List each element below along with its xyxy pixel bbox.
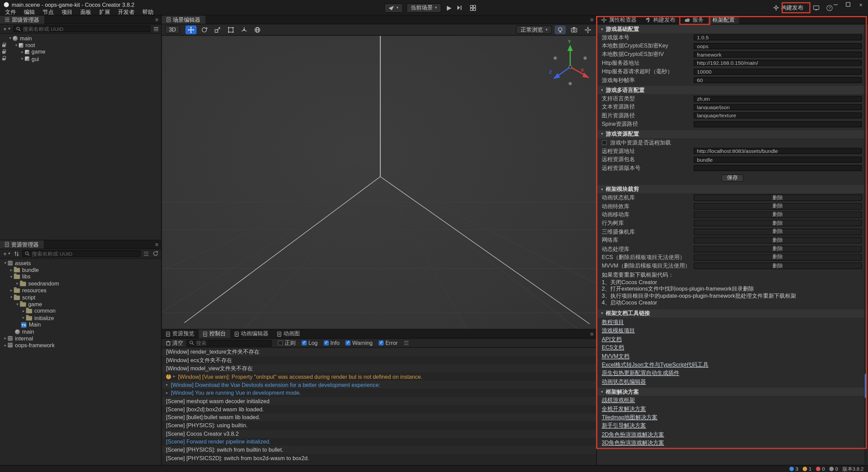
console-log-row[interactable]: [Scene] Forward render pipeline initiali…	[162, 438, 596, 446]
checkbox[interactable]	[346, 340, 351, 346]
menu-item[interactable]: 面板	[76, 8, 95, 15]
hierarchy-node[interactable]: ▾ main	[0, 35, 162, 42]
scene-gear-button[interactable]	[583, 25, 594, 34]
tab-animation-editor[interactable]: 动画编辑器	[230, 329, 273, 338]
rect-tool-button[interactable]	[225, 25, 236, 34]
solution-link[interactable]: 3D角色扮演游戏解决方案	[597, 438, 868, 447]
expand-arrow-icon[interactable]: ▸	[3, 336, 8, 341]
scene-select[interactable]: 当前场景 ▾	[406, 3, 441, 13]
property-input[interactable]: 1.0.5	[694, 35, 862, 41]
log-filter-checkbox[interactable]: Error	[379, 340, 398, 346]
console-log-row[interactable]: ▸ [Window] [Vue warn]: Property "onInput…	[162, 373, 596, 381]
asset-node[interactable]: ▸ oops-framework	[0, 342, 162, 349]
doc-link[interactable]: ECS文档	[597, 343, 868, 352]
sort-icon[interactable]	[14, 251, 20, 256]
asset-node[interactable]: ▾ game	[0, 301, 162, 308]
checkbox[interactable]	[278, 340, 283, 346]
asset-node[interactable]: ▾ libs	[0, 273, 162, 280]
asset-node[interactable]: ▸ common	[0, 308, 162, 314]
console-log-row[interactable]: [Scene] Cocos Creator v3.8.2	[162, 430, 596, 438]
panel-menu-icon[interactable]: ≡	[587, 331, 597, 337]
property-input[interactable]: 60	[694, 77, 862, 83]
hierarchy-search[interactable]	[14, 25, 151, 32]
tab-console[interactable]: 控制台	[199, 329, 230, 338]
section-header[interactable]: ▾ 框架文档工具链接	[597, 310, 868, 318]
scene-viewport[interactable]: Y X Z	[162, 36, 596, 329]
tab-asset-preview[interactable]: 资源预览	[162, 329, 199, 338]
doc-link[interactable]: MVVM文档	[597, 352, 868, 360]
doc-link[interactable]: 游戏模板项目	[597, 326, 868, 335]
add-asset-button[interactable]: +▾	[2, 251, 12, 257]
property-input[interactable]: 10000	[694, 68, 862, 75]
expand-arrow-icon[interactable]: ▾	[14, 43, 19, 47]
preview-window-icon[interactable]	[811, 3, 821, 13]
close-button[interactable]: ×	[857, 2, 865, 7]
delete-button[interactable]: 删除	[694, 229, 862, 235]
section-header[interactable]: ▾ 框架解决方案	[597, 388, 868, 396]
solution-link[interactable]: 2D角色扮演游戏解决方案	[597, 430, 868, 438]
console-log-row[interactable]: [Scene] [bullet]:bullet wasm lib loaded.	[162, 413, 596, 421]
scrollbar[interactable]	[864, 25, 868, 464]
menu-item[interactable]: 开发者	[114, 8, 138, 15]
hierarchy-node[interactable]: ▸ gui	[0, 56, 162, 62]
delete-button[interactable]: 删除	[694, 262, 862, 269]
tab-property-inspector[interactable]: 属性检查器	[597, 16, 641, 24]
maximize-button[interactable]	[844, 2, 852, 7]
camera-settings-button[interactable]	[569, 25, 580, 34]
property-input[interactable]: language/texture	[694, 113, 862, 119]
property-input[interactable]: bundle	[694, 157, 862, 163]
menu-item[interactable]: 文件	[1, 8, 20, 15]
save-button[interactable]: 保存	[721, 174, 743, 181]
error-count[interactable]: 0	[816, 466, 825, 472]
menu-item[interactable]: 帮助	[138, 8, 157, 15]
assets-search[interactable]	[22, 250, 141, 257]
console-log-row[interactable]: [Window] render_texture文件夹不存在	[162, 348, 596, 356]
menu-item[interactable]: 扩展	[95, 8, 114, 15]
delete-button[interactable]: 删除	[694, 212, 862, 218]
section-header[interactable]: ▾ 框架模块裁剪	[597, 185, 868, 193]
expand-arrow-icon[interactable]: ▸	[166, 391, 168, 395]
expand-arrow-icon[interactable]: ▸	[15, 281, 20, 286]
delete-button[interactable]: 删除	[694, 194, 862, 201]
asset-node[interactable]: ▸ bundle	[0, 267, 162, 273]
console-log-row[interactable]: [Window] model_view文件夹不存在	[162, 365, 596, 373]
doc-link[interactable]: 教程项目	[597, 318, 868, 326]
expand-arrow-icon[interactable]: ▾	[3, 261, 8, 265]
console-log-row[interactable]: ▸ [Window] You are running Vue in develo…	[162, 389, 596, 397]
warning-count[interactable]: 1	[803, 466, 811, 472]
asset-node[interactable]: ▸ initialize	[0, 315, 162, 321]
filter-icon[interactable]	[143, 252, 150, 255]
scale-tool-button[interactable]	[212, 25, 223, 34]
asset-node[interactable]: main	[0, 328, 162, 335]
layout-grid-icon[interactable]	[468, 3, 478, 13]
section-header[interactable]: ▾ 游戏基础配置	[597, 25, 868, 33]
expand-arrow-icon[interactable]: ▸	[3, 343, 8, 348]
log-filter-checkbox[interactable]: Warning	[346, 340, 373, 346]
solution-link[interactable]: 战棋游戏框架	[597, 396, 868, 405]
expand-arrow-icon[interactable]: ▾	[9, 295, 14, 299]
solution-link[interactable]: Tiledmap地图解决方案	[597, 413, 868, 421]
doc-link[interactable]: API文档	[597, 335, 868, 343]
delete-button[interactable]: 删除	[694, 220, 862, 227]
scrollbar-thumb[interactable]	[865, 374, 867, 398]
panel-menu-icon[interactable]: ≡	[152, 17, 162, 23]
property-input[interactable]: language/json	[694, 104, 862, 110]
filter-icon[interactable]	[153, 27, 160, 31]
move-tool-button[interactable]	[185, 25, 197, 34]
expand-arrow-icon[interactable]: ▸	[20, 50, 25, 54]
expand-arrow-icon[interactable]: ▾	[15, 302, 20, 307]
assets-search-input[interactable]	[32, 251, 138, 257]
property-input[interactable]: oops	[694, 43, 862, 49]
panel-menu-icon[interactable]: ≡	[152, 241, 162, 248]
rotate-tool-button[interactable]	[199, 25, 210, 34]
doc-link[interactable]: 动画状态机编辑器	[597, 377, 868, 386]
asset-node[interactable]: Main	[0, 321, 162, 328]
delete-button[interactable]: 删除	[694, 237, 862, 244]
add-node-button[interactable]: +▾	[2, 26, 12, 32]
console-log-row[interactable]: [Scene] meshopt wasm decoder initialized	[162, 397, 596, 405]
property-input[interactable]: http://192.168.0.150/main/	[694, 60, 862, 66]
console-log-row[interactable]: [Scene] [box2d]:box2d wasm lib loaded.	[162, 405, 596, 413]
expand-arrow-icon[interactable]: ▸	[21, 309, 26, 313]
tab-framework-config[interactable]: 框架配置	[708, 16, 739, 24]
refresh-icon[interactable]	[152, 251, 159, 256]
